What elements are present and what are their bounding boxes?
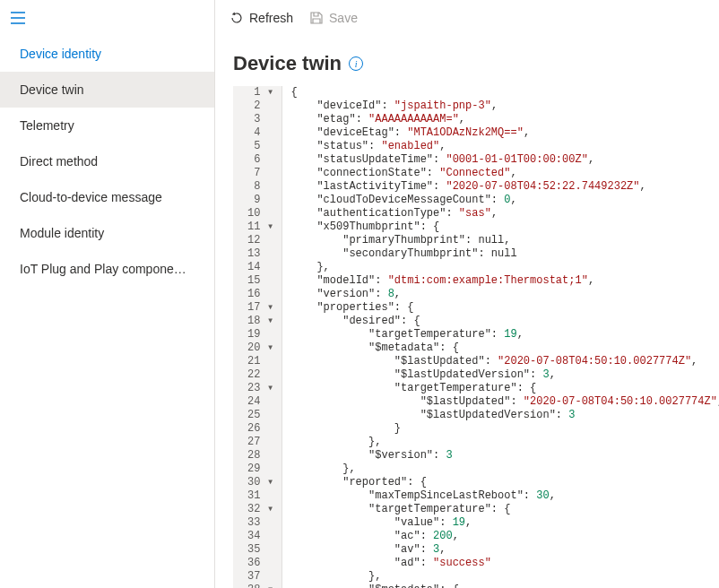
code-line[interactable]: }, (291, 261, 710, 274)
code-line[interactable]: "$lastUpdatedVersion": 3 (291, 409, 710, 422)
code-line[interactable]: "av": 3, (291, 543, 710, 557)
toolbar: Refresh Save (215, 0, 719, 36)
sidebar-item-device-twin[interactable]: Device twin (0, 72, 214, 108)
code-line[interactable]: "version": 8, (291, 288, 710, 301)
line-number: 4 (247, 126, 274, 140)
code-line[interactable]: "value": 19, (291, 516, 710, 530)
line-number: 10 (247, 207, 274, 220)
line-number: 22 (247, 368, 274, 382)
code-line[interactable]: "deviceEtag": "MTA1ODAzNzk2MQ==", (291, 126, 710, 140)
save-button: Save (309, 11, 358, 25)
line-number: 25 (247, 409, 274, 422)
line-number: 35 (247, 543, 274, 557)
code-line[interactable]: }, (291, 463, 710, 476)
code-line[interactable]: "$metadata": { (291, 342, 710, 355)
code-line[interactable]: "ac": 200, (291, 530, 710, 543)
code-line[interactable]: "cloudToDeviceMessageCount": 0, (291, 194, 710, 207)
code-line[interactable]: "$lastUpdatedVersion": 3, (291, 368, 710, 382)
save-label: Save (329, 11, 358, 25)
code-line[interactable]: { (291, 86, 710, 99)
line-number: 15 (247, 274, 274, 288)
line-number: 7 (247, 167, 274, 180)
code-line[interactable]: "reported": { (291, 476, 710, 489)
code-line[interactable]: "targetTemperature": { (291, 503, 710, 516)
line-number: 13 (247, 247, 274, 261)
title-row: Device twin i (215, 36, 719, 86)
page-title: Device twin (233, 52, 342, 75)
code-line[interactable]: "deviceId": "jspaith-pnp-3", (291, 99, 710, 113)
main-panel: Refresh Save Device twin i 1 ▾2 3 4 5 6 … (215, 0, 719, 588)
refresh-label: Refresh (249, 11, 293, 25)
code-line[interactable]: "x509Thumbprint": { (291, 220, 710, 234)
line-number: 28 (247, 449, 274, 463)
refresh-button[interactable]: Refresh (230, 11, 293, 25)
code-line[interactable]: "maxTempSinceLastReboot": 30, (291, 489, 710, 503)
code-line[interactable]: "status": "enabled", (291, 140, 710, 153)
line-number: 1 ▾ (247, 86, 274, 99)
json-editor[interactable]: 1 ▾2 3 4 5 6 7 8 9 10 11 ▾12 13 14 15 16… (233, 86, 719, 588)
sidebar-item-device-identity[interactable]: Device identity (0, 36, 214, 72)
line-number: 37 (247, 570, 274, 584)
line-number: 32 ▾ (247, 503, 274, 516)
line-number: 5 (247, 140, 274, 153)
code-line[interactable]: "authenticationType": "sas", (291, 207, 710, 220)
sidebar-item-direct-method[interactable]: Direct method (0, 143, 214, 179)
save-icon (309, 11, 324, 25)
line-number: 20 ▾ (247, 342, 274, 355)
code-line[interactable]: "properties": { (291, 301, 710, 315)
line-number: 31 (247, 489, 274, 503)
code-line[interactable]: "targetTemperature": 19, (291, 328, 710, 342)
code-line[interactable]: "modelId": "dtmi:com:example:Thermostat;… (291, 274, 710, 288)
editor-code[interactable]: { "deviceId": "jspaith-pnp-3", "etag": "… (282, 86, 719, 588)
sidebar-item-iot-pnp[interactable]: IoT Plug and Play compone… (0, 251, 214, 287)
line-number: 23 ▾ (247, 382, 274, 395)
line-number: 21 (247, 355, 274, 368)
code-line[interactable]: "ad": "success" (291, 557, 710, 570)
editor-gutter: 1 ▾2 3 4 5 6 7 8 9 10 11 ▾12 13 14 15 16… (233, 86, 282, 588)
info-icon[interactable]: i (349, 56, 363, 71)
line-number: 27 (247, 436, 274, 449)
line-number: 12 (247, 234, 274, 247)
refresh-icon (230, 11, 244, 25)
line-number: 6 (247, 153, 274, 167)
line-number: 33 (247, 516, 274, 530)
line-number: 11 ▾ (247, 220, 274, 234)
sidebar-item-cloud-to-device[interactable]: Cloud-to-device message (0, 179, 214, 215)
hamburger-button[interactable] (0, 0, 214, 36)
line-number: 19 (247, 328, 274, 342)
code-line[interactable]: } (291, 422, 710, 436)
code-line[interactable]: "primaryThumbprint": null, (291, 234, 710, 247)
sidebar-item-telemetry[interactable]: Telemetry (0, 108, 214, 143)
code-line[interactable]: "targetTemperature": { (291, 382, 710, 395)
code-line[interactable]: "etag": "AAAAAAAAAAM=", (291, 113, 710, 126)
line-number: 3 (247, 113, 274, 126)
line-number: 2 (247, 99, 274, 113)
code-line[interactable]: "connectionState": "Connected", (291, 167, 710, 180)
line-number: 34 (247, 530, 274, 543)
code-line[interactable]: }, (291, 570, 710, 584)
line-number: 29 (247, 463, 274, 476)
code-line[interactable]: "$version": 3 (291, 449, 710, 463)
line-number: 26 (247, 422, 274, 436)
line-number: 17 ▾ (247, 301, 274, 315)
code-line[interactable]: "$lastUpdated": "2020-07-08T04:50:10.002… (291, 395, 710, 409)
code-line[interactable]: "desired": { (291, 315, 710, 328)
code-line[interactable]: "lastActivityTime": "2020-07-08T04:52:22… (291, 180, 710, 194)
line-number: 30 ▾ (247, 476, 274, 489)
line-number: 36 (247, 557, 274, 570)
line-number: 14 (247, 261, 274, 274)
line-number: 9 (247, 194, 274, 207)
hamburger-icon (11, 12, 25, 24)
line-number: 24 (247, 395, 274, 409)
code-line[interactable]: }, (291, 436, 710, 449)
line-number: 16 (247, 288, 274, 301)
line-number: 18 ▾ (247, 315, 274, 328)
code-line[interactable]: "statusUpdateTime": "0001-01-01T00:00:00… (291, 153, 710, 167)
code-line[interactable]: "secondaryThumbprint": null (291, 247, 710, 261)
code-line[interactable]: "$metadata": { (291, 584, 710, 588)
code-line[interactable]: "$lastUpdated": "2020-07-08T04:50:10.002… (291, 355, 710, 368)
line-number: 38 ▾ (247, 584, 274, 588)
sidebar-item-module-identity[interactable]: Module identity (0, 215, 214, 251)
line-number: 8 (247, 180, 274, 194)
sidebar: Device identity Device twin Telemetry Di… (0, 0, 215, 588)
